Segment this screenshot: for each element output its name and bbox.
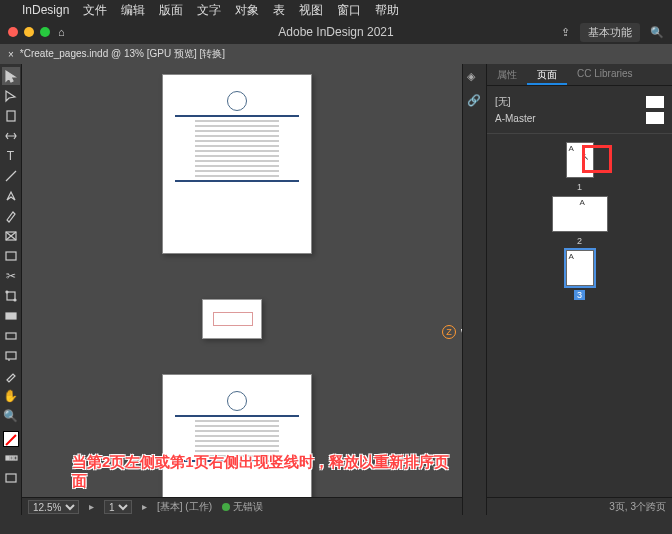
document-tab-label: *Create_pages.indd @ 13% [GPU 预览] [转换]	[20, 47, 225, 61]
watermark-text: www.MacZ.com	[461, 324, 462, 339]
maximize-window-button[interactable]	[40, 27, 50, 37]
fill-stroke-swatch[interactable]	[3, 431, 19, 447]
pen-tool[interactable]	[2, 187, 20, 205]
hand-tool[interactable]: ✋	[2, 387, 20, 405]
links-dock-icon[interactable]: 🔗	[467, 94, 483, 110]
selection-tool[interactable]	[2, 67, 20, 85]
close-tab-icon[interactable]: ×	[8, 49, 14, 60]
master-a-row[interactable]: A-Master	[495, 112, 664, 124]
page-thumb-2[interactable]: A	[552, 196, 608, 232]
menu-layout[interactable]: 版面	[159, 2, 183, 19]
canvas[interactable]: Z www.MacZ.com 当第2页左侧或第1页右侧出现竖线时，释放以重新排序…	[22, 64, 462, 515]
home-icon[interactable]: ⌂	[58, 26, 65, 38]
master-label: [基本] (工作)	[157, 500, 212, 514]
page-thumb-3[interactable]: A	[566, 250, 594, 286]
workspace-selector[interactable]: 基本功能	[580, 23, 640, 42]
panel-dock: ◈ 🔗	[463, 64, 487, 515]
document-status-bar: 12.5% ▸ 1 ▸ [基本] (工作) 无错误	[22, 497, 462, 515]
rectangle-tool[interactable]	[2, 247, 20, 265]
preflight-status[interactable]: 无错误	[222, 500, 263, 514]
menu-file[interactable]: 文件	[83, 2, 107, 19]
pencil-tool[interactable]	[2, 207, 20, 225]
gap-tool[interactable]	[2, 127, 20, 145]
highlight-annotation	[582, 145, 612, 173]
minimize-window-button[interactable]	[24, 27, 34, 37]
page-num-2: 2	[577, 236, 582, 246]
tab-pages[interactable]: 页面	[527, 64, 567, 85]
share-icon[interactable]: ⇪	[561, 26, 570, 39]
menu-text[interactable]: 文字	[197, 2, 221, 19]
document-tab[interactable]: × *Create_pages.indd @ 13% [GPU 预览] [转换]	[0, 44, 672, 64]
svg-point-4	[6, 291, 8, 293]
svg-rect-11	[14, 456, 17, 460]
page-2-view[interactable]	[202, 299, 262, 339]
eyedropper-tool[interactable]	[2, 367, 20, 385]
svg-rect-2	[6, 252, 16, 260]
tab-properties[interactable]: 属性	[487, 64, 527, 85]
layers-dock-icon[interactable]: ◈	[467, 70, 483, 86]
page-select[interactable]: 1	[104, 500, 132, 514]
instruction-overlay: 当第2页左侧或第1页右侧出现竖线时，释放以重新排序页面	[72, 453, 462, 491]
pages-thumbnails: A ↖ 1 A 2 A 3	[487, 134, 672, 497]
svg-rect-7	[6, 333, 16, 339]
rectangle-frame-tool[interactable]	[2, 227, 20, 245]
masters-section: [无] A-Master	[487, 86, 672, 134]
window-controls	[8, 27, 50, 37]
watermark: Z www.MacZ.com	[442, 324, 462, 339]
svg-rect-12	[6, 474, 16, 482]
page-num-1: 1	[577, 182, 582, 192]
app-titlebar: ⌂ Adobe InDesign 2021 ⇪ 基本功能 🔍	[0, 20, 672, 44]
master-a-thumb	[646, 112, 664, 124]
menu-window[interactable]: 窗口	[337, 2, 361, 19]
zoom-select[interactable]: 12.5%	[28, 500, 79, 514]
page-3-view[interactable]	[162, 374, 312, 514]
panel-tabs: 属性 页面 CC Libraries	[487, 64, 672, 86]
menu-table[interactable]: 表	[273, 2, 285, 19]
page-num-3: 3	[574, 290, 585, 300]
direct-selection-tool[interactable]	[2, 87, 20, 105]
svg-rect-3	[7, 292, 15, 300]
system-menubar: InDesign 文件 编辑 版面 文字 对象 表 视图 窗口 帮助	[0, 0, 672, 20]
page-1-view[interactable]	[162, 74, 312, 254]
search-icon[interactable]: 🔍	[650, 26, 664, 39]
close-window-button[interactable]	[8, 27, 18, 37]
menu-object[interactable]: 对象	[235, 2, 259, 19]
right-panel-group: ◈ 🔗 属性 页面 CC Libraries [无] A-Master	[462, 64, 672, 515]
app-title: Adobe InDesign 2021	[278, 25, 393, 39]
line-tool[interactable]	[2, 167, 20, 185]
watermark-logo-icon: Z	[442, 325, 456, 339]
tools-panel: T ✂ ✋ 🔍	[0, 64, 22, 515]
master-none-thumb	[646, 96, 664, 108]
zoom-tool[interactable]: 🔍	[2, 407, 20, 425]
svg-rect-10	[10, 456, 13, 460]
menu-edit[interactable]: 编辑	[121, 2, 145, 19]
tab-cc-libraries[interactable]: CC Libraries	[567, 64, 643, 85]
scissors-tool[interactable]: ✂	[2, 267, 20, 285]
gradient-feather-tool[interactable]	[2, 327, 20, 345]
type-tool[interactable]: T	[2, 147, 20, 165]
view-mode-tool[interactable]	[2, 469, 20, 487]
menu-view[interactable]: 视图	[299, 2, 323, 19]
menu-help[interactable]: 帮助	[375, 2, 399, 19]
menu-app[interactable]: InDesign	[22, 3, 69, 17]
svg-point-5	[14, 299, 16, 301]
svg-rect-8	[6, 352, 16, 359]
color-theme-tool[interactable]	[2, 449, 20, 467]
note-tool[interactable]	[2, 347, 20, 365]
preflight-ok-icon	[222, 503, 230, 511]
svg-rect-9	[6, 456, 9, 460]
svg-rect-6	[6, 313, 16, 319]
master-none-row[interactable]: [无]	[495, 95, 664, 109]
page-tool[interactable]	[2, 107, 20, 125]
pages-panel-status: 3页, 3个跨页	[487, 497, 672, 515]
free-transform-tool[interactable]	[2, 287, 20, 305]
gradient-swatch-tool[interactable]	[2, 307, 20, 325]
svg-rect-0	[7, 111, 15, 121]
